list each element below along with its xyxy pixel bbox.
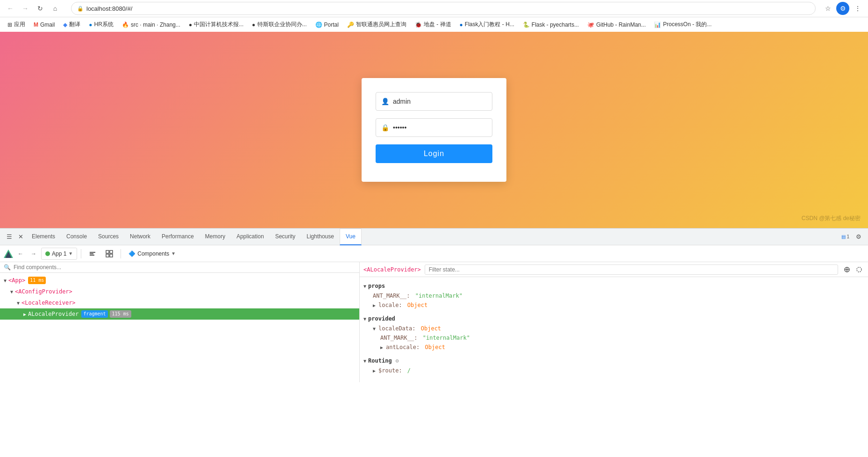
components-selector[interactable]: 🔷 Components ▼ — [125, 248, 179, 260]
tab-security[interactable]: Security — [270, 228, 301, 245]
tree-item-localereceiver[interactable]: ▼ <LocaleReceiver> — [0, 297, 359, 308]
more-button[interactable]: ⋮ — [851, 2, 864, 15]
devtools-button[interactable]: ⚙ — [836, 2, 849, 15]
tree-arrow-alocale: ▶ — [21, 312, 28, 317]
bookmark-flask[interactable]: ● Flask入门教程 - H... — [456, 20, 518, 29]
bookmark-github[interactable]: 🐙 GitHub - RainMan... — [583, 21, 649, 29]
bookmark-apps[interactable]: ⊞ 应用 — [4, 20, 29, 29]
console-counter-btn[interactable]: ▤ 1 — [840, 231, 851, 243]
home-button[interactable]: ⌂ — [49, 2, 62, 15]
tab-console[interactable]: Console — [61, 228, 92, 245]
app-badge: 11 ms — [28, 277, 46, 284]
reload-button[interactable]: ↻ — [34, 2, 47, 15]
svg-rect-2 — [90, 252, 95, 253]
time-badge: 115 ms — [110, 310, 131, 318]
tree-item-app[interactable]: ▼ <App> 11 ms — [0, 275, 359, 286]
prop-ant-locale[interactable]: ▶ antLocale: Object — [378, 343, 864, 352]
tab-elements[interactable]: Elements — [26, 228, 61, 245]
tab-lighthouse[interactable]: Lighthouse — [301, 228, 340, 245]
locale-data-content: ANT_MARK__: "internalMark" ▶ antLocale: … — [371, 333, 864, 352]
tree-arrow-app: ▼ — [2, 278, 8, 283]
tab-performance[interactable]: Performance — [156, 228, 199, 245]
bookmark-tesla[interactable]: ● 特斯联企业协同办... — [248, 20, 310, 29]
devtools-close-btn[interactable]: ✕ — [15, 231, 26, 243]
vue-back-btn[interactable]: ← — [15, 248, 26, 259]
bookmark-portal[interactable]: 🌐 Portal — [312, 21, 342, 29]
tree-item-aconfig[interactable]: ▼ <AConfigProvider> — [0, 286, 359, 297]
lock-icon: 🔒 — [381, 124, 389, 131]
secure-icon: 🔒 — [77, 6, 84, 12]
tab-application[interactable]: Application — [231, 228, 270, 245]
bookmark-zhilian[interactable]: 🔑 智联通惠员网上查询 — [343, 20, 410, 29]
inspect-btn[interactable] — [842, 264, 852, 275]
toolbar-separator-1 — [81, 249, 81, 258]
url-text: localhost:8080/#/ — [86, 5, 132, 12]
right-panel-icons — [842, 264, 864, 275]
browser-actions: ☆ ⚙ ⋮ — [821, 2, 864, 15]
routing-gear-icon: ⚙ — [396, 357, 399, 364]
props-section-header[interactable]: ▼ props — [363, 281, 864, 291]
address-bar[interactable]: 🔒 localhost:8080/#/ — [71, 2, 816, 15]
components-label: 🔷 — [128, 250, 135, 257]
bookmark-ccf[interactable]: ● 中国计算机技术报... — [185, 20, 247, 29]
details-header: <ALocaleProvider> — [360, 262, 868, 277]
prop-route[interactable]: ▶ $route: / — [371, 366, 864, 375]
bookmark-src[interactable]: 🔥 src · main · Zhang... — [118, 21, 184, 29]
prop-ant-mark: ANT_MARK__: "internalMark" — [371, 291, 864, 300]
star-button[interactable]: ☆ — [821, 2, 834, 15]
vue-forward-btn[interactable]: → — [28, 248, 39, 259]
tree-item-alocale[interactable]: ▶ ALocaleProvider fragment 115 ms — [0, 308, 359, 320]
vue-logo-icon — [4, 250, 13, 258]
svg-rect-3 — [90, 253, 93, 254]
svg-rect-4 — [90, 255, 94, 256]
routing-section-header[interactable]: ▼ Routing ⚙ — [363, 356, 864, 366]
component-search-input[interactable] — [14, 264, 356, 271]
page-area: 👤 🔒 Login CSDN @第七感 de秘密 — [0, 32, 868, 228]
component-search: 🔍 — [0, 262, 359, 273]
prop-locale-data[interactable]: ▼ localeData: Object — [371, 324, 864, 333]
provided-label: provided — [368, 315, 395, 322]
bookmark-processon[interactable]: 📊 ProcessOn - 我的... — [650, 20, 715, 29]
scroll-to-btn[interactable] — [854, 264, 864, 275]
filter-state-input[interactable] — [425, 264, 838, 275]
routing-content: ▶ $route: / — [363, 366, 864, 375]
back-button[interactable]: ← — [4, 2, 17, 15]
username-input-wrap: 👤 — [376, 92, 492, 111]
grid-btn[interactable] — [102, 248, 117, 260]
devtools-dock-btn[interactable]: ☰ — [4, 231, 15, 243]
bookmark-flask-py[interactable]: 🐍 Flask - pyecharts... — [519, 21, 583, 29]
vue-app-selector[interactable]: App 1 ▼ — [41, 248, 77, 260]
routing-arrow: ▼ — [363, 358, 366, 364]
login-button[interactable]: Login — [376, 144, 492, 163]
tab-network[interactable]: Network — [124, 228, 156, 245]
bookmark-gmail[interactable]: M Gmail — [30, 21, 58, 29]
login-card: 👤 🔒 Login — [362, 78, 506, 182]
prop-ant-mark2: ANT_MARK__: "internalMark" — [378, 333, 864, 343]
password-input[interactable] — [393, 124, 487, 131]
bookmarks-bar: ⊞ 应用 M Gmail ◆ 翻译 ● HR系统 🔥 src · main · … — [0, 17, 868, 32]
props-arrow: ▼ — [363, 284, 366, 289]
search-icon: 🔍 — [4, 264, 11, 271]
password-input-wrap: 🔒 — [376, 118, 492, 137]
bookmark-chandao[interactable]: 🐞 地盘 - 禅道 — [411, 20, 455, 29]
settings-btn[interactable]: ⚙ — [853, 231, 864, 243]
username-input[interactable] — [393, 98, 487, 105]
tab-vue[interactable]: Vue — [340, 228, 362, 245]
fragment-badge: fragment — [81, 310, 107, 318]
routing-section: ▼ Routing ⚙ ▶ $route: / — [363, 356, 864, 375]
app-selector-label: App 1 — [52, 250, 66, 257]
vue-toolbar: ← → App 1 ▼ 🔷 — [0, 245, 868, 262]
prop-locale[interactable]: ▶ locale: Object — [371, 300, 864, 310]
bookmark-translate[interactable]: ◆ 翻译 — [59, 20, 84, 29]
timeline-btn[interactable] — [85, 248, 100, 260]
svg-point-12 — [857, 267, 861, 272]
tab-sources[interactable]: Sources — [92, 228, 124, 245]
devtools-tabs-bar: ☰ ✕ Elements Console Sources Network Per… — [0, 228, 868, 245]
provided-section-header[interactable]: ▼ provided — [363, 314, 864, 324]
svg-rect-7 — [106, 254, 109, 257]
bookmark-hr[interactable]: ● HR系统 — [85, 20, 117, 29]
provided-arrow: ▼ — [363, 316, 366, 321]
tab-memory[interactable]: Memory — [199, 228, 231, 245]
components-text: Components — [137, 250, 169, 257]
forward-button[interactable]: → — [19, 2, 32, 15]
